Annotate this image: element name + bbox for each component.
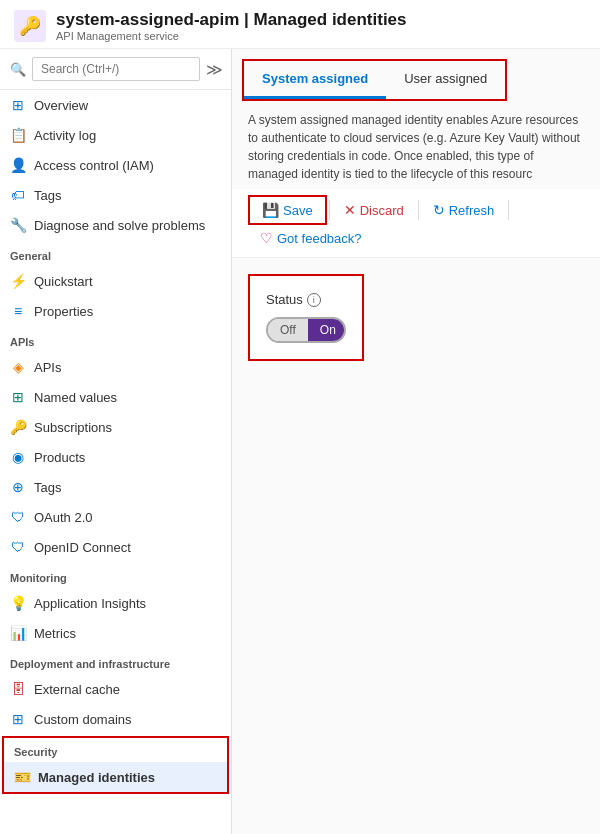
sidebar-item-products[interactable]: ◉ Products [0, 442, 231, 472]
activity-log-icon: 📋 [10, 127, 26, 143]
main-layout: 🔍 ≫ ⊞ Overview 📋 Activity log 👤 Access c… [0, 49, 600, 834]
svg-text:🔑: 🔑 [19, 15, 42, 37]
sidebar-item-label: Overview [34, 98, 88, 113]
refresh-icon: ↻ [433, 202, 445, 218]
metrics-icon: 📊 [10, 625, 26, 641]
discard-icon: ✕ [344, 202, 356, 218]
overview-icon: ⊞ [10, 97, 26, 113]
toolbar: 💾 Save ✕ Discard ↻ Refresh ♡ Got feedbac… [232, 189, 600, 258]
search-bar: 🔍 ≫ [0, 49, 231, 90]
sidebar-item-label: APIs [34, 360, 61, 375]
section-security: Security [4, 738, 227, 762]
sidebar-item-subscriptions[interactable]: 🔑 Subscriptions [0, 412, 231, 442]
sidebar-item-label: Quickstart [34, 274, 93, 289]
oauth-icon: 🛡 [10, 509, 26, 525]
sidebar-item-openid[interactable]: 🛡 OpenID Connect [0, 532, 231, 562]
page-title: system-assigned-apim | Managed identitie… [56, 10, 407, 30]
tab-user-assigned[interactable]: User assigned [386, 61, 505, 99]
sidebar-item-tags2[interactable]: ⊕ Tags [0, 472, 231, 502]
sidebar-item-label: Access control (IAM) [34, 158, 154, 173]
search-input[interactable] [32, 57, 200, 81]
header-text: system-assigned-apim | Managed identitie… [56, 10, 407, 42]
discard-button[interactable]: ✕ Discard [332, 197, 416, 223]
content-area: System assigned User assigned A system a… [232, 49, 600, 834]
divider-2 [418, 200, 419, 220]
save-button[interactable]: 💾 Save [250, 197, 325, 223]
managed-identities-icon: 🎫 [14, 769, 30, 785]
sidebar-item-label: Tags [34, 188, 61, 203]
status-label: Status i [266, 292, 346, 307]
products-icon: ◉ [10, 449, 26, 465]
sidebar-item-label: Named values [34, 390, 117, 405]
properties-icon: ≡ [10, 303, 26, 319]
page-header: 🔑 system-assigned-apim | Managed identit… [0, 0, 600, 49]
security-section-highlighted: Security 🎫 Managed identities [2, 736, 229, 794]
section-apis: APIs [0, 326, 231, 352]
sidebar-item-managed-identities[interactable]: 🎫 Managed identities [4, 762, 227, 792]
divider-3 [508, 200, 509, 220]
sidebar-item-tags[interactable]: 🏷 Tags [0, 180, 231, 210]
sidebar-item-quickstart[interactable]: ⚡ Quickstart [0, 266, 231, 296]
tab-system-assigned[interactable]: System assigned [244, 61, 386, 99]
quickstart-icon: ⚡ [10, 273, 26, 289]
sidebar: 🔍 ≫ ⊞ Overview 📋 Activity log 👤 Access c… [0, 49, 232, 834]
sidebar-item-external-cache[interactable]: 🗄 External cache [0, 674, 231, 704]
divider-1 [329, 200, 330, 220]
diagnose-icon: 🔧 [10, 217, 26, 233]
named-values-icon: ⊞ [10, 389, 26, 405]
sidebar-item-label: Diagnose and solve problems [34, 218, 205, 233]
toggle-off[interactable]: Off [268, 319, 308, 341]
sidebar-item-label: Properties [34, 304, 93, 319]
sidebar-item-properties[interactable]: ≡ Properties [0, 296, 231, 326]
sidebar-item-label: Managed identities [38, 770, 155, 785]
openid-icon: 🛡 [10, 539, 26, 555]
section-monitoring: Monitoring [0, 562, 231, 588]
sidebar-item-overview[interactable]: ⊞ Overview [0, 90, 231, 120]
sidebar-item-diagnose[interactable]: 🔧 Diagnose and solve problems [0, 210, 231, 240]
status-section-highlighted: Status i Off On [248, 274, 364, 361]
service-icon: 🔑 [14, 10, 46, 42]
save-icon: 💾 [262, 202, 279, 218]
section-general: General [0, 240, 231, 266]
sidebar-item-apis[interactable]: ◈ APIs [0, 352, 231, 382]
access-control-icon: 👤 [10, 157, 26, 173]
toggle-on[interactable]: On [308, 319, 346, 341]
sidebar-item-app-insights[interactable]: 💡 Application Insights [0, 588, 231, 618]
custom-domains-icon: ⊞ [10, 711, 26, 727]
sidebar-item-label: Products [34, 450, 85, 465]
status-toggle[interactable]: Off On [266, 317, 346, 343]
feedback-icon: ♡ [260, 230, 273, 246]
sidebar-item-label: OAuth 2.0 [34, 510, 93, 525]
subscriptions-icon: 🔑 [10, 419, 26, 435]
tags2-icon: ⊕ [10, 479, 26, 495]
apis-icon: ◈ [10, 359, 26, 375]
sidebar-item-label: External cache [34, 682, 120, 697]
content-description: A system assigned managed identity enabl… [232, 101, 600, 189]
save-btn-highlighted: 💾 Save [248, 195, 327, 225]
sidebar-item-label: Tags [34, 480, 61, 495]
sidebar-item-label: Application Insights [34, 596, 146, 611]
sidebar-item-label: Metrics [34, 626, 76, 641]
external-cache-icon: 🗄 [10, 681, 26, 697]
top-nav: ⊞ Overview 📋 Activity log 👤 Access contr… [0, 90, 231, 240]
page-subtitle: API Management service [56, 30, 407, 42]
sidebar-item-label: Subscriptions [34, 420, 112, 435]
sidebar-item-label: Custom domains [34, 712, 132, 727]
info-icon: i [307, 293, 321, 307]
sidebar-item-metrics[interactable]: 📊 Metrics [0, 618, 231, 648]
collapse-icon[interactable]: ≫ [206, 60, 223, 79]
sidebar-item-activity-log[interactable]: 📋 Activity log [0, 120, 231, 150]
tabs-highlighted: System assigned User assigned [242, 59, 507, 101]
sidebar-item-access-control[interactable]: 👤 Access control (IAM) [0, 150, 231, 180]
sidebar-item-oauth[interactable]: 🛡 OAuth 2.0 [0, 502, 231, 532]
refresh-button[interactable]: ↻ Refresh [421, 197, 507, 223]
sidebar-item-label: Activity log [34, 128, 96, 143]
search-icon: 🔍 [10, 62, 26, 77]
sidebar-item-custom-domains[interactable]: ⊞ Custom domains [0, 704, 231, 734]
tags-icon: 🏷 [10, 187, 26, 203]
section-deployment: Deployment and infrastructure [0, 648, 231, 674]
feedback-button[interactable]: ♡ Got feedback? [248, 225, 374, 251]
sidebar-item-label: OpenID Connect [34, 540, 131, 555]
sidebar-item-named-values[interactable]: ⊞ Named values [0, 382, 231, 412]
status-toggle-wrap: Off On [266, 317, 346, 343]
